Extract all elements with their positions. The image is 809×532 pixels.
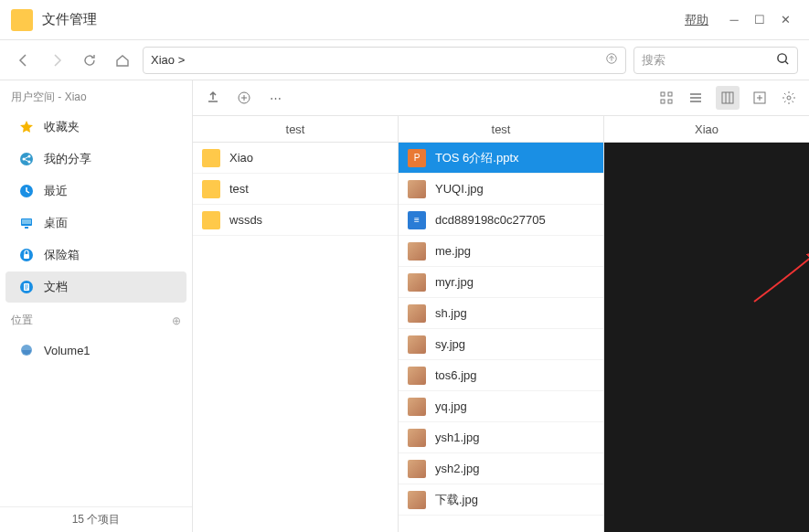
list-item[interactable]: Xiao <box>193 143 398 174</box>
svg-point-21 <box>787 96 791 100</box>
volume-icon <box>18 342 35 358</box>
list-item[interactable]: 下载.jpg <box>399 484 603 516</box>
sidebar-item-volume1[interactable]: Volume1 <box>5 335 186 366</box>
lock-icon <box>18 247 35 263</box>
desktop-icon <box>18 215 35 231</box>
folder-icon <box>202 180 220 198</box>
image-thumbnail-icon <box>408 304 426 323</box>
minimize-button[interactable]: ─ <box>721 7 747 33</box>
col-header[interactable]: test <box>193 116 399 142</box>
list-item[interactable]: ysh1.jpg <box>399 422 603 453</box>
list-item[interactable]: myr.jpg <box>399 267 603 298</box>
sidebar-item-star[interactable]: 收藏夹 <box>5 112 186 143</box>
main-toolbar: ⋯ <box>193 80 809 115</box>
svg-point-1 <box>778 53 786 61</box>
close-button[interactable]: ✕ <box>772 7 798 33</box>
sidebar-item-doc[interactable]: 文档 <box>5 271 186 303</box>
svg-rect-8 <box>22 219 31 224</box>
status-bar: 15 个项目 <box>0 506 192 532</box>
image-thumbnail-icon <box>408 242 426 261</box>
add-location-icon[interactable]: ⊕ <box>172 314 181 327</box>
column-pane-1: Xiaotestwssds <box>193 143 399 532</box>
list-view-icon[interactable] <box>687 89 705 107</box>
sidebar-item-lock[interactable]: 保险箱 <box>5 239 186 271</box>
clock-icon <box>18 183 35 199</box>
sidebar-item-share[interactable]: 我的分享 <box>5 144 186 175</box>
breadcrumb[interactable]: Xiao > <box>151 53 185 67</box>
col-header[interactable]: Xiao <box>604 116 809 142</box>
upload-icon[interactable] <box>204 89 222 107</box>
address-bar[interactable]: Xiao > <box>143 47 626 74</box>
gear-icon[interactable] <box>780 89 798 107</box>
search-placeholder: 搜索 <box>642 52 665 69</box>
navbar: Xiao > 搜索 <box>0 40 809 80</box>
main-area: ⋯ test test Xiao Xiaotestwssds PTOS 6介绍.… <box>193 80 809 532</box>
image-thumbnail-icon <box>408 273 426 292</box>
list-item[interactable]: tos6.jpg <box>399 360 603 391</box>
search-icon[interactable] <box>776 52 790 69</box>
grid-view-icon[interactable] <box>657 89 676 107</box>
svg-rect-15 <box>661 92 665 96</box>
svg-rect-19 <box>722 92 733 103</box>
refresh-button[interactable] <box>77 48 102 73</box>
sidebar-item-desktop[interactable]: 桌面 <box>5 207 186 239</box>
share-icon <box>18 151 35 167</box>
back-button[interactable] <box>11 48 37 73</box>
svg-point-2 <box>20 153 33 165</box>
list-item[interactable]: ≡dcd889198c0c27705 <box>399 205 603 236</box>
app-title: 文件管理 <box>42 11 685 28</box>
svg-rect-17 <box>661 100 665 103</box>
svg-rect-16 <box>668 92 672 96</box>
image-thumbnail-icon <box>408 491 426 509</box>
column-view-icon[interactable] <box>716 86 740 110</box>
sidebar-header-location: 位置 ⊕ <box>0 303 192 334</box>
image-thumbnail-icon <box>408 429 426 447</box>
search-input[interactable]: 搜索 <box>633 47 798 74</box>
doc-icon <box>18 279 35 295</box>
list-item[interactable]: PTOS 6介绍.pptx <box>399 143 603 174</box>
help-link[interactable]: 帮助 <box>685 12 708 28</box>
image-thumbnail-icon <box>408 398 426 416</box>
list-item[interactable]: me.jpg <box>399 236 603 267</box>
svg-rect-10 <box>24 254 29 259</box>
folder-icon <box>202 149 220 167</box>
list-item[interactable]: wssds <box>193 205 398 236</box>
star-icon <box>18 119 35 135</box>
forward-button[interactable] <box>44 48 69 73</box>
image-thumbnail-icon <box>408 335 426 354</box>
list-item[interactable]: test <box>193 174 398 205</box>
list-item[interactable]: yq.jpg <box>399 391 603 422</box>
column-headers: test test Xiao <box>193 115 809 143</box>
sidebar-header-userspace: 用户空间 - Xiao <box>0 80 192 111</box>
image-thumbnail-icon <box>408 180 426 198</box>
list-item[interactable]: sh.jpg <box>399 298 603 329</box>
document-icon: ≡ <box>408 211 426 229</box>
list-item[interactable]: ysh2.jpg <box>399 453 603 484</box>
col-header[interactable]: test <box>399 116 604 142</box>
folder-icon <box>202 211 220 229</box>
sidebar: 用户空间 - Xiao 收藏夹我的分享最近桌面保险箱文档 位置 ⊕ Volume… <box>0 80 193 532</box>
maximize-button[interactable]: ☐ <box>747 7 772 33</box>
titlebar: 文件管理 帮助 ─ ☐ ✕ <box>0 0 809 40</box>
column-pane-2: PTOS 6介绍.pptxYUQI.jpg≡dcd889198c0c27705m… <box>399 143 604 532</box>
app-folder-icon <box>11 9 33 31</box>
pptx-icon: P <box>408 149 426 167</box>
list-item[interactable]: YUQI.jpg <box>399 174 603 205</box>
new-icon[interactable] <box>235 89 253 107</box>
more-icon[interactable]: ⋯ <box>266 89 284 107</box>
expand-icon[interactable] <box>750 89 769 107</box>
home-button[interactable] <box>110 48 135 73</box>
sidebar-item-clock[interactable]: 最近 <box>5 176 186 207</box>
image-thumbnail-icon <box>408 460 426 478</box>
image-thumbnail-icon <box>408 367 426 385</box>
address-up-icon[interactable] <box>605 52 618 68</box>
svg-rect-18 <box>668 100 672 103</box>
preview-pane <box>604 143 809 532</box>
list-item[interactable]: sy.jpg <box>399 329 603 360</box>
